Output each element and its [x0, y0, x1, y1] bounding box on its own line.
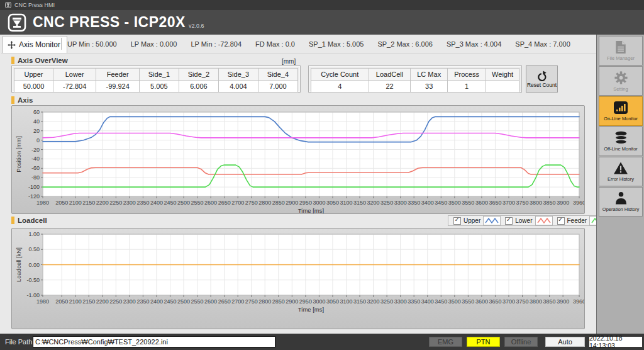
svg-text:3960: 3960: [573, 298, 584, 305]
lower-checkbox[interactable]: [505, 217, 513, 225]
legend-item-lower: Lower: [505, 216, 552, 225]
svg-text:2550: 2550: [191, 200, 204, 206]
section-label: Axis OverView: [18, 57, 68, 64]
emg-indicator[interactable]: EMG: [429, 337, 462, 347]
stat-up-min: UP Min : 50.000: [67, 40, 117, 48]
svg-text:-0.50: -0.50: [26, 277, 40, 283]
warning-icon: [613, 161, 628, 175]
datetime-display: 2022.10.18 14:13:03: [589, 337, 642, 347]
svg-text:2700: 2700: [231, 298, 244, 305]
section-marker: [11, 57, 14, 64]
tab-strip: Axis Monitor UP Min : 50.000 LP Max : 0.…: [1, 35, 596, 54]
main-area: Axis Monitor UP Min : 50.000 LP Max : 0.…: [0, 35, 644, 334]
svg-text:3250: 3250: [380, 200, 393, 206]
bar-chart-icon: [613, 101, 628, 115]
svg-text:3500: 3500: [448, 298, 461, 305]
svg-text:3900: 3900: [557, 200, 569, 206]
file-path-input[interactable]: [33, 336, 275, 347]
file-manager-icon: [614, 40, 627, 54]
svg-text:-120: -120: [28, 193, 40, 200]
legend-item-upper: Upper: [453, 216, 501, 225]
database-icon: [614, 131, 628, 145]
loadcell-chart-panel: 1980205021002150220022502300235024002450…: [11, 228, 585, 329]
val-side1: 5.005: [139, 81, 179, 93]
svg-text:3850: 3850: [543, 200, 556, 206]
svg-text:2200: 2200: [96, 200, 109, 206]
val-loadcell: 22: [369, 81, 411, 93]
svg-text:3960: 3960: [573, 200, 584, 206]
sidebar: File Manager Setting: [596, 35, 644, 334]
app-logo-icon: [8, 13, 26, 32]
upper-checkbox[interactable]: [453, 217, 461, 225]
section-title-axis-overview: Axis OverView: [11, 57, 68, 64]
svg-text:2950: 2950: [299, 298, 312, 305]
svg-text:2250: 2250: [109, 298, 122, 305]
sidebar-item-file-manager[interactable]: File Manager: [599, 36, 643, 65]
val-lc-max: 33: [411, 81, 448, 93]
upper-line-sample: [483, 216, 501, 225]
sidebar-item-error-history[interactable]: Error History: [599, 157, 643, 186]
col-side4: Side_4: [258, 69, 297, 81]
col-side3: Side_3: [218, 69, 258, 81]
auto-mode-button[interactable]: Auto: [545, 337, 585, 347]
svg-text:3700: 3700: [502, 298, 515, 305]
val-process: 1: [447, 81, 486, 93]
svg-text:3800: 3800: [530, 298, 542, 305]
file-path-label: File Path: [5, 338, 32, 346]
sidebar-item-operation-history[interactable]: Operation History: [599, 187, 643, 217]
section-label: Loadcell: [18, 217, 47, 224]
counters-table: Cycle Count LoadCell LC Max Process Weig…: [311, 68, 519, 93]
feeder-checkbox[interactable]: [557, 217, 565, 225]
app-logo-icon: [5, 2, 11, 8]
svg-text:2900: 2900: [286, 298, 298, 305]
section-label: Axis: [18, 96, 33, 104]
sidebar-item-label: Operation History: [602, 206, 639, 212]
svg-text:3600: 3600: [475, 200, 488, 206]
svg-text:3150: 3150: [353, 298, 366, 305]
svg-text:2300: 2300: [123, 200, 136, 206]
tab-axis-monitor[interactable]: Axis Monitor: [3, 36, 67, 53]
svg-text:2050: 2050: [55, 200, 68, 206]
col-cycle-count: Cycle Count: [311, 69, 369, 81]
svg-text:3400: 3400: [421, 298, 434, 305]
svg-text:3800: 3800: [530, 200, 542, 206]
svg-text:Loadcell [kN]: Loadcell [kN]: [15, 247, 22, 282]
sidebar-item-online-monitor[interactable]: On-Line Monitor: [599, 96, 643, 126]
svg-text:2700: 2700: [231, 200, 244, 206]
svg-text:3400: 3400: [421, 200, 434, 206]
sidebar-item-setting[interactable]: Setting: [599, 66, 643, 96]
svg-text:3350: 3350: [408, 298, 420, 305]
title-bar: CNC Press HMI: [0, 0, 644, 10]
legend-label: Feeder: [567, 217, 587, 224]
sidebar-item-label: On-Line Monitor: [604, 116, 638, 121]
stat-sp1-max: SP_1 Max : 5.005: [309, 40, 364, 48]
svg-text:2650: 2650: [218, 200, 231, 206]
val-side3: 4.004: [218, 81, 258, 93]
svg-text:2300: 2300: [123, 298, 136, 305]
offline-indicator[interactable]: Offline: [504, 337, 538, 347]
svg-text:2500: 2500: [177, 298, 190, 305]
stat-sp3-max: SP_3 Max : 4.004: [447, 40, 501, 48]
section-marker: [11, 96, 14, 104]
svg-text:2750: 2750: [245, 298, 258, 305]
svg-text:2800: 2800: [258, 200, 271, 206]
stats-row: UP Min : 50.000 LP Max : 0.000 LP Min : …: [67, 35, 584, 53]
svg-text:3200: 3200: [367, 298, 380, 305]
col-loadcell: LoadCell: [369, 69, 411, 81]
move-icon: [8, 41, 16, 49]
sidebar-item-label: File Manager: [607, 55, 635, 61]
svg-text:3050: 3050: [326, 200, 339, 206]
ptn-indicator[interactable]: PTN: [467, 337, 500, 347]
reset-count-button[interactable]: Reset Count: [526, 65, 558, 93]
gear-icon: [614, 71, 628, 85]
svg-text:0: 0: [36, 137, 40, 144]
svg-text:3000: 3000: [313, 200, 325, 206]
svg-text:2350: 2350: [136, 298, 149, 305]
svg-text:3250: 3250: [380, 298, 393, 305]
sidebar-item-offline-monitor[interactable]: Off-Line Monitor: [599, 127, 643, 156]
svg-text:2500: 2500: [177, 200, 190, 206]
col-process: Process: [447, 69, 486, 81]
val-side2: 6.006: [179, 81, 218, 93]
svg-text:3100: 3100: [340, 298, 352, 305]
col-feeder: Feeder: [96, 69, 139, 81]
